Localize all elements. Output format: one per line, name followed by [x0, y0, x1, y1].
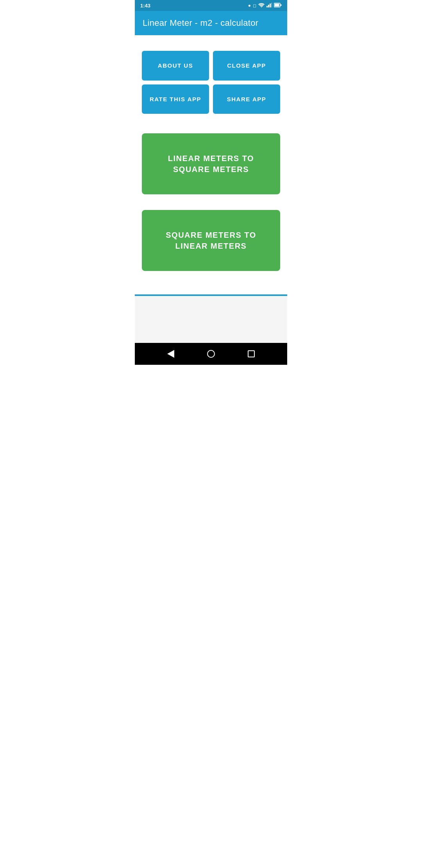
linear-to-square-wrapper: LINEAR METERS TO SQUARE METERS	[142, 133, 280, 194]
square-to-linear-wrapper: SQUARE METERS TO LINEAR METERS	[142, 210, 280, 271]
status-bar: 1:43 ● ◻	[135, 0, 287, 11]
ad-space	[135, 296, 287, 343]
recents-icon	[248, 350, 255, 357]
home-icon	[207, 350, 215, 358]
battery-icon	[274, 3, 282, 9]
svg-rect-3	[270, 4, 271, 7]
rate-this-app-button[interactable]: RATE THIS APP	[142, 84, 209, 114]
close-app-button[interactable]: CLOSE APP	[213, 51, 280, 81]
wifi-icon	[258, 3, 265, 9]
pacman-icon: ●	[248, 3, 251, 8]
svg-rect-4	[271, 3, 272, 7]
linear-to-square-button[interactable]: LINEAR METERS TO SQUARE METERS	[142, 133, 280, 194]
status-icons: ● ◻	[248, 3, 282, 9]
back-icon	[167, 350, 174, 358]
svg-point-0	[261, 7, 262, 7]
square-to-linear-button[interactable]: SQUARE METERS TO LINEAR METERS	[142, 210, 280, 271]
back-button[interactable]	[162, 345, 179, 362]
main-content: ABOUT US CLOSE APP RATE THIS APP SHARE A…	[135, 35, 287, 294]
top-button-grid: ABOUT US CLOSE APP RATE THIS APP SHARE A…	[142, 51, 280, 114]
svg-rect-1	[266, 6, 268, 7]
about-us-button[interactable]: ABOUT US	[142, 51, 209, 81]
svg-rect-2	[268, 5, 269, 7]
svg-rect-6	[275, 4, 279, 6]
share-app-button[interactable]: SHARE APP	[213, 84, 280, 114]
nav-bar	[135, 343, 287, 365]
home-button[interactable]	[202, 345, 220, 362]
recents-button[interactable]	[243, 345, 260, 362]
status-time: 1:43	[140, 3, 150, 9]
signal-icon	[266, 3, 272, 9]
app-bar: Linear Meter - m2 - calculator	[135, 11, 287, 35]
svg-rect-7	[281, 4, 282, 6]
sim-icon: ◻	[253, 3, 256, 8]
app-title: Linear Meter - m2 - calculator	[143, 18, 279, 28]
